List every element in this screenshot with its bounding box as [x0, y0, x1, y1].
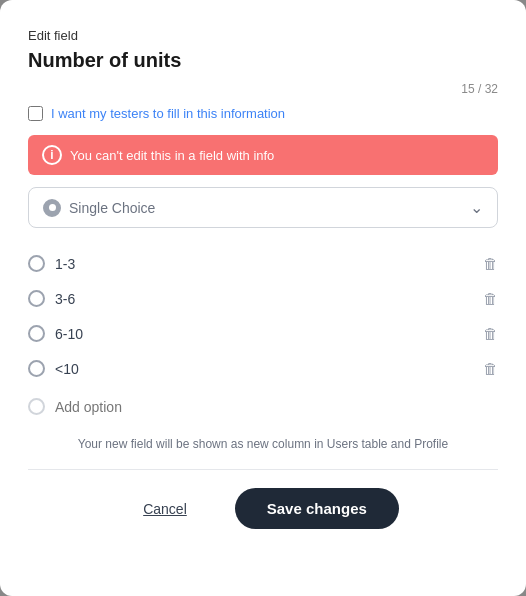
delete-option-icon[interactable]: 🗑 — [483, 255, 498, 272]
info-banner-text: You can't edit this in a field with info — [70, 148, 274, 163]
radio-circle[interactable] — [28, 255, 45, 272]
option-label: <10 — [55, 361, 79, 377]
tester-checkbox-label: I want my testers to fill in this inform… — [51, 106, 285, 121]
edit-field-modal: Edit field Number of units 15 / 32 I wan… — [0, 0, 526, 596]
cancel-button[interactable]: Cancel — [127, 493, 203, 525]
info-icon: i — [42, 145, 62, 165]
char-count: 15 / 32 — [28, 82, 498, 96]
option-row-1-3: 1-3 🗑 — [28, 246, 498, 281]
add-option-radio — [28, 398, 45, 415]
info-banner: i You can't edit this in a field with in… — [28, 135, 498, 175]
field-type-dropdown[interactable]: Single Choice ⌄ — [28, 187, 498, 228]
footer-buttons: Cancel Save changes — [28, 488, 498, 529]
tester-checkbox-row[interactable]: I want my testers to fill in this inform… — [28, 106, 498, 121]
delete-option-icon[interactable]: 🗑 — [483, 360, 498, 377]
dropdown-label: Single Choice — [69, 200, 155, 216]
radio-circle[interactable] — [28, 325, 45, 342]
save-button[interactable]: Save changes — [235, 488, 399, 529]
option-label: 6-10 — [55, 326, 83, 342]
delete-option-icon[interactable]: 🗑 — [483, 290, 498, 307]
delete-option-icon[interactable]: 🗑 — [483, 325, 498, 342]
edit-field-label: Edit field — [28, 28, 498, 43]
info-note: Your new field will be shown as new colu… — [28, 435, 498, 453]
option-label: 1-3 — [55, 256, 75, 272]
options-list: 1-3 🗑 3-6 🗑 6-10 🗑 <10 🗑 — [28, 246, 498, 386]
field-title: Number of units — [28, 49, 498, 72]
radio-circle[interactable] — [28, 360, 45, 377]
add-option-row[interactable] — [28, 392, 498, 421]
dropdown-left: Single Choice — [43, 199, 155, 217]
add-option-input[interactable] — [55, 399, 230, 415]
option-row-3-6: 3-6 🗑 — [28, 281, 498, 316]
option-row-lt10: <10 🗑 — [28, 351, 498, 386]
chevron-down-icon: ⌄ — [470, 198, 483, 217]
option-row-6-10: 6-10 🗑 — [28, 316, 498, 351]
footer-divider — [28, 469, 498, 470]
tester-checkbox[interactable] — [28, 106, 43, 121]
option-label: 3-6 — [55, 291, 75, 307]
radio-circle[interactable] — [28, 290, 45, 307]
single-choice-icon — [43, 199, 61, 217]
